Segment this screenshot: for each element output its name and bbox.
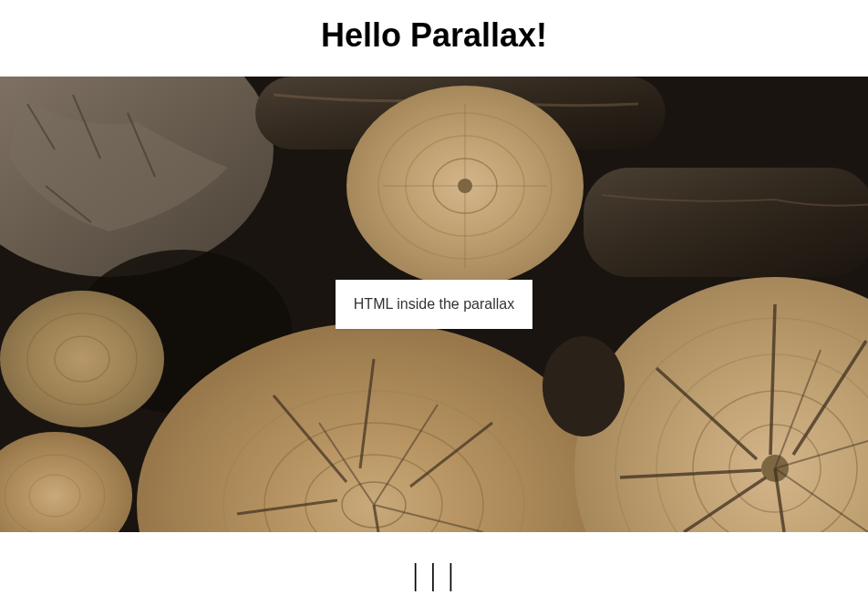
section-separator: | | | (0, 532, 868, 592)
page-title: Hello Parallax! (0, 0, 868, 77)
svg-rect-8 (584, 168, 868, 277)
parallax-container: HTML inside the parallax (0, 77, 868, 532)
parallax-overlay-label: HTML inside the parallax (336, 280, 532, 329)
svg-point-10 (0, 291, 164, 427)
svg-point-28 (542, 336, 625, 436)
